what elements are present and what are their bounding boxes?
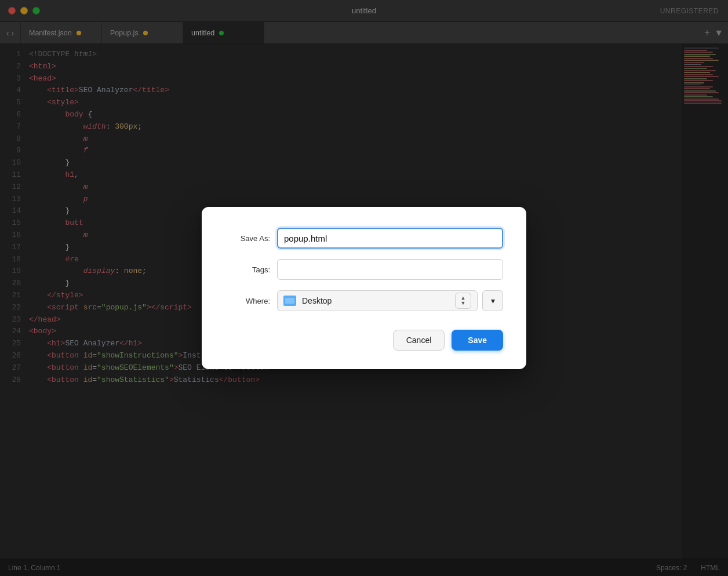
save-dialog-overlay: Save As: Tags: Where: Desktop ▲ ▼ — [0, 0, 728, 576]
save-as-input[interactable] — [277, 228, 503, 249]
where-spinner-arrows[interactable]: ▲ ▼ — [455, 293, 471, 309]
save-button[interactable]: Save — [452, 330, 503, 351]
where-row: Where: Desktop ▲ ▼ ▾ — [225, 290, 503, 311]
where-value: Desktop — [302, 296, 449, 305]
where-dropdown[interactable]: Desktop ▲ ▼ — [277, 290, 478, 311]
where-expand-button[interactable]: ▾ — [482, 290, 503, 311]
dialog-buttons: Cancel Save — [225, 330, 503, 351]
save-as-label: Save As: — [225, 234, 277, 243]
save-as-row: Save As: — [225, 228, 503, 249]
chevron-down-icon: ▾ — [491, 296, 495, 305]
tags-label: Tags: — [225, 265, 277, 274]
cancel-button[interactable]: Cancel — [393, 330, 445, 351]
where-label: Where: — [225, 297, 277, 305]
tags-input[interactable] — [277, 259, 503, 280]
save-dialog: Save As: Tags: Where: Desktop ▲ ▼ — [202, 207, 526, 369]
where-select-wrap: Desktop ▲ ▼ ▾ — [277, 290, 503, 311]
desktop-folder-icon — [283, 296, 296, 306]
tags-row: Tags: — [225, 259, 503, 280]
